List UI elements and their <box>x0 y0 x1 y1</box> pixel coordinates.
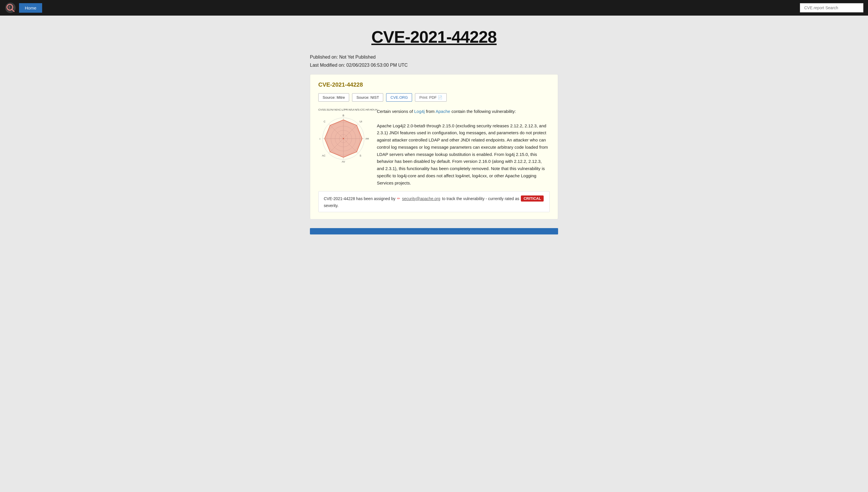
radar-chart: B UI PR S AV AC I C <box>318 113 369 163</box>
published-date: Published on: Not Yet Published <box>310 54 558 60</box>
navbar: ! Home <box>0 0 868 16</box>
assignment-prefix: CVE-2021-44228 has been assigned by <box>324 196 395 201</box>
description-with-radar: CVSS:31/AV:N/AC:L/PR:N/UI:N/S:C/C:H/I:H/… <box>318 108 550 187</box>
last-modified-date: Last Modified on: 02/06/2023 06:53:00 PM… <box>310 63 558 68</box>
page-title: CVE-2021-44228 <box>310 27 558 47</box>
search-input[interactable] <box>800 3 863 13</box>
svg-text:UI: UI <box>360 120 362 123</box>
source-nist-button[interactable]: Source: NIST <box>352 93 383 102</box>
svg-point-26 <box>343 138 344 139</box>
card-cve-id: CVE-2021-44228 <box>318 81 550 88</box>
log4j-link[interactable]: Log4j <box>414 109 425 114</box>
cvss-label: CVSS:31/AV:N/AC:L/PR:N/UI:N/S:C/C:H/I:H/… <box>318 108 372 112</box>
apache-link[interactable]: Apache <box>436 109 450 114</box>
svg-text:C: C <box>324 120 326 123</box>
assignment-middle: to track the vulnerability - currently r… <box>442 196 519 201</box>
svg-text:AV: AV <box>342 160 345 163</box>
source-mitre-button[interactable]: Source: Mitre <box>318 93 349 102</box>
assignment-suffix: severity. <box>324 203 339 208</box>
assignment-email-link[interactable]: security@apache.org <box>402 196 440 201</box>
pencil-icon: ✏ <box>397 196 400 201</box>
description-body: Apache Log4j2 2.0-beta9 through 2.15.0 (… <box>377 123 548 186</box>
svg-text:B: B <box>343 114 344 117</box>
description-intro: Certain versions of <box>377 109 414 114</box>
description-text: Certain versions of Log4j from Apache co… <box>377 108 550 187</box>
svg-text:!: ! <box>9 5 10 9</box>
from-text: from <box>425 109 436 114</box>
svg-text:S: S <box>360 154 361 157</box>
svg-text:I: I <box>319 138 320 140</box>
svg-text:PR: PR <box>366 138 369 140</box>
critical-badge: CRITICAL <box>521 195 544 201</box>
cve-org-button[interactable]: CVE.ORG <box>386 93 412 102</box>
page-content: CVE-2021-44228 Published on: Not Yet Pub… <box>304 16 564 252</box>
radar-container: CVSS:31/AV:N/AC:L/PR:N/UI:N/S:C/C:H/I:H/… <box>318 108 372 187</box>
source-buttons: Source: Mitre Source: NIST CVE.ORG Print… <box>318 93 550 102</box>
home-button[interactable]: Home <box>19 3 42 13</box>
print-pdf-button[interactable]: Print: PDF 📄 <box>415 93 447 102</box>
blue-bar <box>310 228 558 235</box>
svg-text:AC: AC <box>322 154 325 157</box>
assignment-footer: CVE-2021-44228 has been assigned by ✏ se… <box>318 191 550 212</box>
logo-icon: ! <box>5 2 16 14</box>
description-part1: contain the following vulnerability: <box>450 109 516 114</box>
main-card: CVE-2021-44228 Source: Mitre Source: NIS… <box>310 74 558 219</box>
